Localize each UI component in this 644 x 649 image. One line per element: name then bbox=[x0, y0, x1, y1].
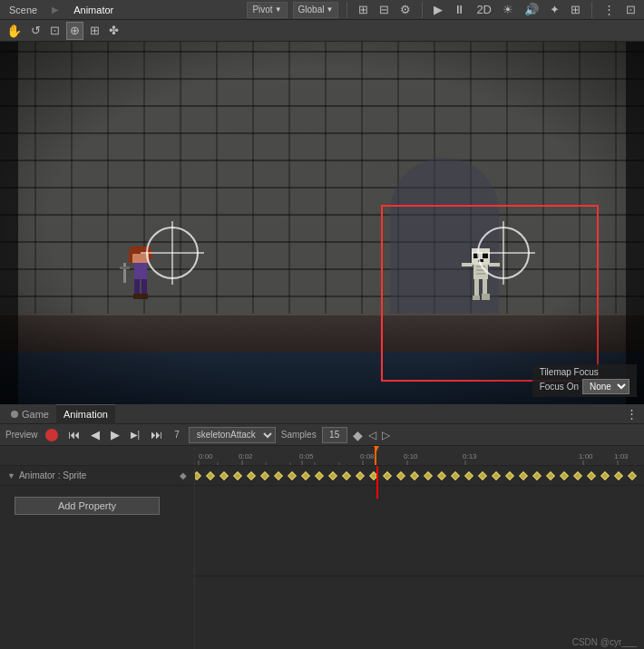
keyframe-22[interactable] bbox=[492, 471, 501, 480]
2d-btn[interactable]: 2D bbox=[473, 1, 494, 19]
skip-fwd-btn[interactable]: ⏭ bbox=[148, 426, 165, 444]
keyframe-10[interactable] bbox=[328, 471, 337, 480]
next-kf-btn[interactable]: ▷ bbox=[382, 429, 390, 441]
prev-frame-btn[interactable]: ◀ bbox=[88, 426, 102, 444]
bottom-tabs: Game Animation ⋮ bbox=[0, 404, 644, 424]
skip-back-btn[interactable]: ⏮ bbox=[65, 426, 83, 444]
keyframe-15[interactable] bbox=[396, 471, 405, 480]
top-bar: Scene ▶ Animator Pivot ▼ Global ▼ ⊞ ⊟ ⚙ … bbox=[0, 0, 644, 20]
keyframe-0[interactable] bbox=[195, 471, 201, 480]
rotate-tool-btn[interactable]: ↺ bbox=[28, 22, 44, 40]
add-property-button[interactable]: Add Property bbox=[15, 497, 160, 515]
keyframe-1[interactable] bbox=[206, 471, 215, 480]
keyframe-28[interactable] bbox=[573, 471, 582, 480]
keyframe-btn[interactable]: ◆ bbox=[353, 428, 363, 442]
hand-tool-btn[interactable]: ✋ bbox=[4, 22, 24, 40]
keyframe-2[interactable] bbox=[220, 471, 229, 480]
anim-controls: Preview ⏮ ◀ ▶ ▶| ⏭ 7 skeletonAttack Samp… bbox=[0, 424, 644, 446]
keyframe-16[interactable] bbox=[410, 471, 419, 480]
keyframe-4[interactable] bbox=[247, 471, 256, 480]
tilemap-focus-label: Tilemap Focus bbox=[540, 367, 599, 377]
tab-game[interactable]: Game bbox=[4, 404, 56, 424]
clip-selector[interactable]: skeletonAttack bbox=[189, 427, 276, 443]
keyframe-23[interactable] bbox=[505, 471, 514, 480]
grid-icon-btn[interactable]: ⊞ bbox=[356, 1, 371, 19]
keyframe-32[interactable] bbox=[628, 471, 637, 480]
svg-rect-25 bbox=[482, 294, 490, 300]
bottom-panel: Game Animation ⋮ Preview ⏮ ◀ ▶ ▶| ⏭ 7 sk… bbox=[0, 404, 644, 649]
prev-kf-btn[interactable]: ◁ bbox=[368, 429, 376, 441]
svg-rect-5 bbox=[134, 279, 140, 295]
samples-input[interactable] bbox=[322, 427, 347, 443]
focus-on-dropdown[interactable]: None bbox=[582, 379, 629, 394]
keyframe-20[interactable] bbox=[464, 471, 473, 480]
tab-scene[interactable]: Scene bbox=[5, 3, 41, 17]
keyframe-30[interactable] bbox=[600, 471, 610, 480]
keyframe-3[interactable] bbox=[233, 471, 242, 480]
samples-label: Samples bbox=[281, 430, 317, 440]
keyframe-25[interactable] bbox=[532, 471, 542, 480]
next-frame-btn[interactable]: ▶| bbox=[128, 426, 143, 444]
timeline-label-header bbox=[0, 446, 195, 465]
svg-rect-31 bbox=[195, 446, 644, 465]
keyframe-17[interactable] bbox=[424, 471, 433, 480]
global-button[interactable]: Global ▼ bbox=[293, 2, 339, 18]
play-icon-btn[interactable]: ▶ bbox=[431, 1, 445, 19]
scene-toolbar: ✋ ↺ ⊡ ⊕ ⊞ ✤ bbox=[0, 20, 644, 42]
game-tab-dot bbox=[11, 411, 18, 418]
svg-rect-8 bbox=[141, 294, 148, 299]
move-tool-btn[interactable]: ⊕ bbox=[66, 22, 83, 40]
record-button[interactable] bbox=[45, 429, 58, 441]
svg-text:0:05: 0:05 bbox=[299, 452, 314, 460]
keyframe-7[interactable] bbox=[288, 471, 297, 480]
keyframe-26[interactable] bbox=[546, 471, 555, 480]
keyframe-13[interactable] bbox=[369, 471, 378, 480]
frame-number: 7 bbox=[174, 430, 180, 440]
keyframe-27[interactable] bbox=[560, 471, 569, 480]
keyframe-19[interactable] bbox=[451, 471, 460, 480]
tilemap-focus-overlay: Tilemap Focus Focus On None bbox=[532, 364, 637, 397]
keyframe-18[interactable] bbox=[437, 471, 446, 480]
track-name: Animator : Sprite bbox=[19, 470, 86, 480]
pivot-button[interactable]: Pivot ▼ bbox=[247, 2, 287, 18]
layout-icon-btn[interactable]: ⊟ bbox=[376, 1, 392, 19]
layers-icon-btn[interactable]: ⊡ bbox=[623, 1, 639, 19]
keyframe-12[interactable] bbox=[356, 471, 365, 480]
custom-tool-btn[interactable]: ✤ bbox=[106, 22, 122, 40]
keyframe-11[interactable] bbox=[342, 471, 351, 480]
crosshair-skeleton bbox=[472, 221, 535, 286]
keyframe-29[interactable] bbox=[587, 471, 596, 480]
tab-animator[interactable]: Animator bbox=[70, 3, 117, 17]
crosshair-female bbox=[141, 221, 204, 286]
tracks-timeline-col bbox=[195, 466, 644, 649]
pause-icon-btn[interactable]: ⏸ bbox=[451, 1, 468, 19]
keyframe-14[interactable] bbox=[383, 471, 392, 480]
scene-background: Tilemap Focus Focus On None bbox=[0, 42, 644, 404]
keyframe-6[interactable] bbox=[274, 471, 283, 480]
tab-animation[interactable]: Animation bbox=[56, 404, 115, 424]
layout2-icon-btn[interactable]: ⊞ bbox=[568, 1, 583, 19]
keyframe-21[interactable] bbox=[478, 471, 487, 480]
keyframe-5[interactable] bbox=[260, 471, 269, 480]
track-label-animator-sprite[interactable]: ▼ Animator : Sprite ◆ bbox=[0, 466, 194, 486]
fx-icon-btn[interactable]: ✦ bbox=[547, 1, 562, 19]
panel-overflow-btn[interactable]: ⋮ bbox=[623, 405, 640, 423]
timeline-header: 0:00 0:02 0:05 0:08 0:10 0:13 1:00 1:03 bbox=[0, 446, 644, 466]
svg-rect-7 bbox=[133, 294, 141, 299]
keyframe-9[interactable] bbox=[315, 471, 324, 480]
focus-on-label: Focus On bbox=[540, 382, 579, 392]
keyframe-31[interactable] bbox=[614, 471, 623, 480]
stone-pattern bbox=[0, 42, 644, 350]
play-btn[interactable]: ▶ bbox=[108, 426, 122, 444]
settings-icon-btn[interactable]: ⚙ bbox=[397, 1, 414, 19]
keyframe-24[interactable] bbox=[519, 471, 528, 480]
svg-text:1:03: 1:03 bbox=[614, 452, 629, 460]
audio-icon-btn[interactable]: 🔊 bbox=[522, 1, 542, 19]
transform-tool-btn[interactable]: ⊞ bbox=[87, 22, 102, 40]
rect-tool-btn[interactable]: ⊡ bbox=[47, 22, 63, 40]
more-icon-btn[interactable]: ⋮ bbox=[600, 1, 618, 19]
svg-text:1:00: 1:00 bbox=[579, 452, 593, 460]
light-icon-btn[interactable]: ☀ bbox=[500, 1, 516, 19]
keyframe-8[interactable] bbox=[301, 471, 310, 480]
timeline-ruler[interactable]: 0:00 0:02 0:05 0:08 0:10 0:13 1:00 1:03 bbox=[195, 446, 644, 465]
